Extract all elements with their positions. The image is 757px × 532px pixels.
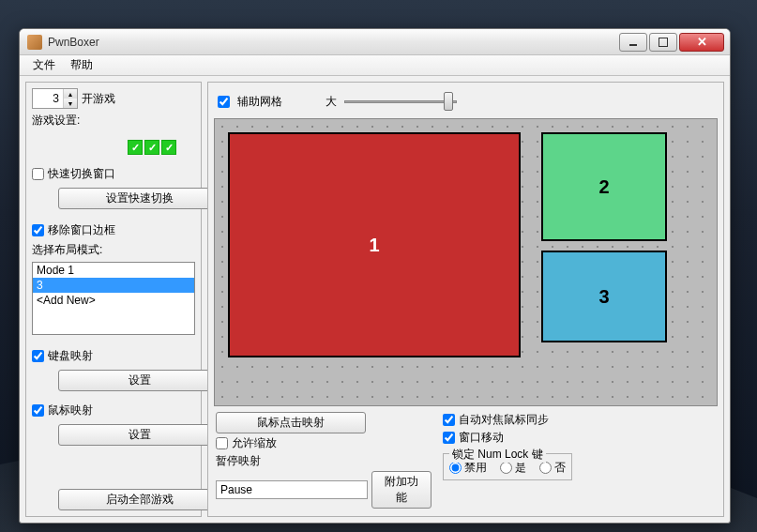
keyboard-map-settings-button[interactable]: 设置	[58, 370, 221, 391]
numlock-yes-radio[interactable]	[500, 462, 512, 474]
keyboard-map-label: 键盘映射	[48, 348, 93, 364]
aux-grid-label: 辅助网格	[237, 94, 282, 110]
menu-help[interactable]: 帮助	[63, 55, 100, 75]
aux-grid-checkbox[interactable]	[218, 96, 230, 108]
layout-mode-item[interactable]: <Add New>	[33, 293, 194, 308]
minimize-button[interactable]	[619, 33, 647, 52]
allow-zoom-label: 允许缩放	[232, 435, 277, 451]
numlock-no-radio[interactable]	[539, 462, 552, 474]
start-all-games-button[interactable]: 启动全部游戏	[58, 489, 221, 510]
check-icon[interactable]: ✓	[128, 140, 143, 155]
close-button[interactable]: ✕	[679, 33, 724, 52]
game-status-row: ✓ ✓ ✓	[32, 132, 195, 162]
pause-map-label: 暂停映射	[216, 453, 431, 469]
mouse-map-label: 鼠标映射	[48, 403, 93, 418]
remove-border-label: 移除窗口边框	[48, 222, 115, 238]
window-move-checkbox[interactable]	[443, 432, 455, 444]
game-count-spinner[interactable]: ▲ ▼	[32, 88, 78, 109]
mouse-map-checkbox[interactable]	[32, 404, 44, 417]
right-panel: 辅助网格 大 1 2 3 鼠标点击映射 允许缩放	[207, 82, 724, 517]
open-game-label: 开游戏	[82, 91, 115, 107]
grid-size-slider[interactable]	[344, 90, 457, 113]
game-count-input[interactable]	[33, 90, 63, 107]
spinner-down-icon[interactable]: ▼	[64, 99, 77, 108]
left-panel: ▲ ▼ 开游戏 游戏设置: ✓ ✓ ✓ 快速切换窗口 设置快速切换 移除窗口	[25, 82, 202, 517]
numlock-no-label: 否	[554, 460, 566, 476]
layout-mode-item[interactable]: Mode 1	[33, 263, 194, 278]
check-icon[interactable]: ✓	[161, 140, 176, 155]
mouse-map-settings-button[interactable]: 设置	[58, 424, 221, 446]
fast-switch-settings-button[interactable]: 设置快速切换	[58, 188, 221, 209]
numlock-group: 锁定 Num Lock 键 禁用 是 否	[443, 453, 572, 480]
grid-size-label: 大	[326, 94, 337, 110]
extra-features-button[interactable]: 附加功能	[371, 471, 431, 509]
layout-canvas[interactable]: 1 2 3	[214, 118, 718, 406]
fast-switch-checkbox[interactable]	[32, 168, 44, 180]
game-window-2[interactable]: 2	[541, 132, 667, 241]
window-move-label: 窗口移动	[459, 430, 504, 446]
keyboard-map-checkbox[interactable]	[32, 350, 44, 362]
layout-mode-listbox[interactable]: Mode 13<Add New>	[32, 262, 195, 335]
slider-thumb[interactable]	[444, 92, 453, 111]
allow-zoom-checkbox[interactable]	[216, 437, 228, 449]
mouse-click-map-button[interactable]: 鼠标点击映射	[216, 412, 366, 433]
check-icon[interactable]: ✓	[144, 140, 159, 155]
app-icon	[27, 35, 42, 50]
app-window: PwnBoxer ✕ 文件 帮助 ▲ ▼ 开游戏 游戏设置:	[19, 28, 731, 524]
numlock-legend: 锁定 Num Lock 键	[449, 447, 546, 463]
pause-key-input[interactable]	[216, 480, 368, 499]
auto-focus-label: 自动对焦鼠标同步	[459, 412, 549, 428]
fast-switch-label: 快速切换窗口	[48, 166, 115, 182]
maximize-button[interactable]	[649, 33, 677, 52]
menubar: 文件 帮助	[20, 55, 730, 76]
game-settings-label: 游戏设置:	[32, 113, 195, 129]
menu-file[interactable]: 文件	[25, 55, 63, 75]
spinner-up-icon[interactable]: ▲	[64, 89, 77, 99]
remove-border-checkbox[interactable]	[32, 224, 44, 236]
game-window-3[interactable]: 3	[541, 251, 667, 342]
layout-mode-label: 选择布局模式:	[32, 242, 195, 258]
game-window-1[interactable]: 1	[228, 132, 521, 357]
layout-mode-item[interactable]: 3	[33, 278, 194, 293]
auto-focus-checkbox[interactable]	[443, 414, 455, 426]
titlebar[interactable]: PwnBoxer ✕	[20, 29, 730, 55]
numlock-disable-radio[interactable]	[449, 462, 462, 474]
window-title: PwnBoxer	[48, 36, 619, 49]
